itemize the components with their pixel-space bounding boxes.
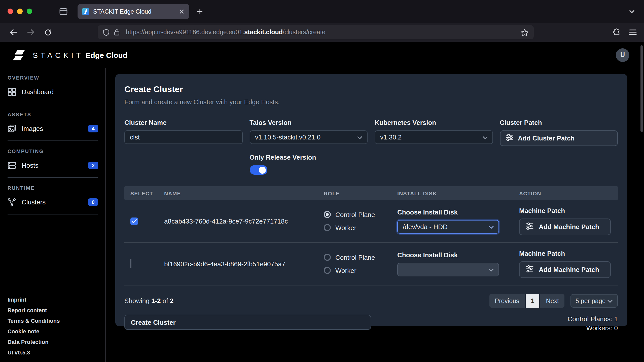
role-option-worker[interactable]: Worker (324, 267, 393, 274)
role-cell: Control Plane Worker (320, 211, 393, 231)
add-machine-patch-label: Add Machine Patch (539, 223, 599, 231)
per-page-value: 5 per page (576, 297, 606, 304)
page-scrollbar[interactable] (640, 45, 643, 132)
sidebar-footer: Imprint Report content Terms & Condition… (8, 297, 105, 355)
control-planes-count: Control Planes: 1 (568, 315, 618, 324)
close-window-button[interactable] (8, 9, 13, 14)
tab-title: STACKIT Edge Cloud (93, 8, 179, 15)
brand-wordmark: STACKIT (33, 51, 83, 59)
column-header-name: NAME (160, 190, 320, 196)
action-cell: Machine Patch Add Machine Patch (515, 207, 618, 235)
next-page-button[interactable]: Next (541, 294, 564, 308)
menu-hamburger-icon[interactable] (629, 29, 637, 36)
radio-selected-icon[interactable] (324, 211, 331, 218)
toolbar-right-group (613, 28, 637, 36)
per-page-select[interactable]: 5 per page (570, 294, 618, 308)
pager: Previous 1 Next (489, 294, 564, 308)
choose-install-disk-label: Choose Install Disk (397, 208, 515, 216)
ui-version-label: UI v0.5.3 (8, 349, 105, 355)
tracking-protection-shield-icon[interactable] (103, 28, 110, 36)
sidebar-divider (8, 177, 98, 178)
tab-overflow-chevron-icon[interactable] (629, 9, 635, 13)
previous-page-button[interactable]: Previous (489, 294, 525, 308)
tab-close-icon[interactable] (179, 8, 185, 14)
showing-range: 1-2 (151, 297, 161, 305)
new-tab-button[interactable] (196, 8, 203, 15)
select-cell (124, 217, 160, 225)
sidebar-divider (8, 140, 98, 141)
radio-unselected-icon[interactable] (324, 267, 331, 274)
add-machine-patch-button[interactable]: Add Machine Patch (519, 261, 611, 278)
kubernetes-version-select[interactable]: v1.30.2 (375, 130, 493, 144)
stackit-logo-icon (12, 48, 26, 62)
sidebar-section-overview: OVERVIEW (8, 75, 105, 81)
sidebar: OVERVIEW Dashboard ASSETS Images 4 COMPU… (0, 68, 106, 362)
role-option-label: Control Plane (335, 211, 375, 218)
footer-link-cookie-note[interactable]: Cookie note (8, 328, 105, 334)
extensions-puzzle-icon[interactable] (613, 28, 621, 36)
radio-unselected-icon[interactable] (324, 254, 331, 261)
sidebar-item-label: Images (22, 125, 43, 132)
kubernetes-version-field: Kubernetes Version v1.30.2 (375, 119, 493, 146)
hosts-icon (8, 161, 17, 169)
select-cell (124, 259, 160, 268)
column-header-select: SELECT (124, 190, 160, 196)
footer-link-data-protection[interactable]: Data Protection (8, 339, 105, 345)
firefox-view-icon[interactable] (59, 8, 67, 15)
role-option-control-plane[interactable]: Control Plane (324, 211, 393, 218)
host-name: bf16902c-b9d6-4ea3-b869-2fb51e9075a7 (160, 260, 320, 268)
minimize-window-button[interactable] (17, 9, 23, 14)
talos-version-value: v1.10.5-stackit.v0.21.0 (255, 133, 320, 141)
of-word: of (163, 297, 168, 305)
role-option-worker[interactable]: Worker (324, 224, 393, 231)
lock-icon[interactable] (114, 29, 120, 36)
bookmark-star-icon[interactable] (521, 28, 529, 36)
only-release-version-toggle[interactable] (249, 165, 267, 175)
cluster-name-input[interactable] (130, 133, 237, 141)
create-cluster-button[interactable]: Create Cluster (124, 315, 371, 330)
add-machine-patch-button[interactable]: Add Machine Patch (519, 219, 611, 235)
host-name: a8cab433-760d-412a-9ce7-9c72e771718c (160, 217, 320, 225)
reload-button[interactable] (40, 25, 55, 40)
url-prefix: https://app.rr-dev-a991186.dev.edge.eu01… (126, 29, 244, 36)
machine-patch-label: Machine Patch (519, 207, 618, 214)
user-avatar[interactable]: U (616, 48, 629, 62)
page-subtitle: Form and create a new Cluster with your … (124, 98, 618, 106)
sidebar-item-images[interactable]: Images 4 (8, 123, 105, 134)
radio-unselected-icon[interactable] (324, 224, 331, 231)
install-disk-value: /dev/vda - HDD (403, 223, 448, 231)
url-text[interactable]: https://app.rr-dev-a991186.dev.edge.eu01… (126, 29, 517, 36)
install-disk-select[interactable] (397, 263, 499, 276)
choose-install-disk-label: Choose Install Disk (397, 251, 515, 259)
stackit-favicon (82, 8, 89, 15)
product-name: Edge Cloud (85, 51, 127, 59)
cluster-patch-label: Cluster Patch (500, 119, 618, 126)
add-cluster-patch-button[interactable]: Add Cluster Patch (500, 130, 618, 146)
only-release-version-field: Only Release Version (249, 154, 368, 175)
talos-version-select[interactable]: v1.10.5-stackit.v0.21.0 (249, 130, 368, 144)
sidebar-divider (8, 214, 98, 214)
machine-patch-label: Machine Patch (519, 250, 618, 257)
sidebar-item-dashboard[interactable]: Dashboard (8, 86, 105, 97)
hosts-table: SELECT NAME ROLE INSTALL DISK ACTION (124, 186, 618, 285)
host-checkbox-checked[interactable] (130, 217, 138, 225)
role-option-label: Worker (335, 224, 356, 231)
sidebar-item-clusters[interactable]: Clusters 0 (8, 196, 105, 207)
zoom-window-button[interactable] (27, 9, 32, 14)
sidebar-item-hosts[interactable]: Hosts 2 (8, 160, 105, 171)
back-button[interactable] (6, 25, 21, 40)
sliders-icon (526, 265, 534, 274)
role-option-control-plane[interactable]: Control Plane (324, 254, 393, 261)
forward-button[interactable] (23, 25, 38, 40)
action-cell: Machine Patch Add Machine Patch (515, 250, 618, 278)
host-checkbox-unchecked[interactable] (130, 259, 131, 268)
install-disk-select[interactable]: /dev/vda - HDD (397, 220, 499, 234)
browser-tab[interactable]: STACKIT Edge Cloud (78, 4, 189, 19)
footer-link-imprint[interactable]: Imprint (8, 297, 105, 303)
footer-link-terms[interactable]: Terms & Conditions (8, 318, 105, 324)
footer-link-report-content[interactable]: Report content (8, 307, 105, 313)
column-header-role: ROLE (320, 190, 393, 196)
talos-version-label: Talos Version (249, 119, 368, 126)
url-bar[interactable]: https://app.rr-dev-a991186.dev.edge.eu01… (98, 25, 534, 39)
page-number-button[interactable]: 1 (526, 294, 540, 308)
